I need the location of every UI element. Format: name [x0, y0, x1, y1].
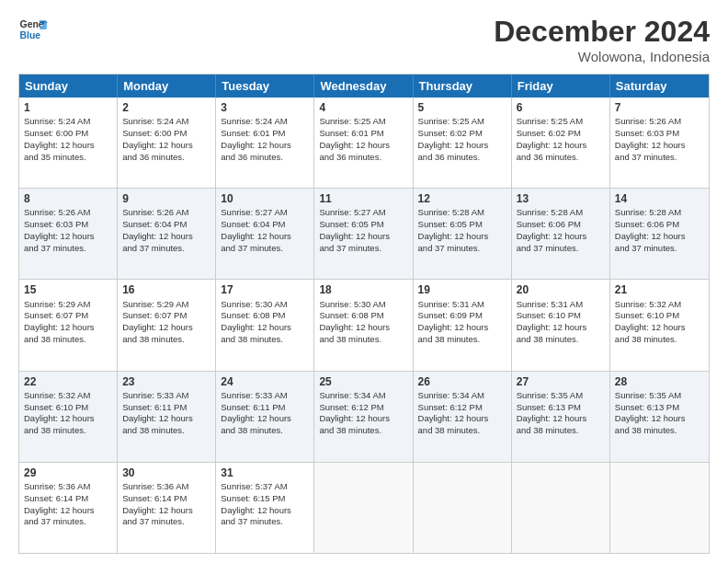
day-info-line: Sunrise: 5:36 AM	[24, 481, 112, 493]
day-info-line: Sunrise: 5:27 AM	[221, 207, 309, 219]
day-info-line: Daylight: 12 hours	[517, 231, 605, 243]
day-number: 20	[517, 282, 605, 297]
location: Wolowona, Indonesia	[494, 49, 710, 64]
logo: General Blue	[18, 15, 48, 44]
calendar-row: 15Sunrise: 5:29 AMSunset: 6:07 PMDayligh…	[19, 280, 709, 371]
page: General Blue December 2024 Wolowona, Ind…	[0, 0, 728, 563]
day-number: 25	[319, 374, 407, 389]
calendar-cell: 11Sunrise: 5:27 AMSunset: 6:05 PMDayligh…	[314, 189, 413, 279]
day-info-line: Sunset: 6:05 PM	[418, 219, 506, 231]
day-info-line: Sunrise: 5:31 AM	[418, 299, 506, 311]
day-info-line: Daylight: 12 hours	[122, 231, 210, 243]
day-info-line: Sunset: 6:02 PM	[418, 128, 506, 140]
day-info-line: and 37 minutes.	[221, 516, 309, 528]
day-info-line: Daylight: 12 hours	[221, 140, 309, 152]
day-number: 3	[221, 100, 309, 115]
day-number: 6	[517, 100, 605, 115]
day-number: 29	[24, 465, 112, 480]
calendar-cell: 10Sunrise: 5:27 AMSunset: 6:04 PMDayligh…	[216, 189, 314, 279]
calendar-cell	[610, 463, 709, 553]
day-info-line: Sunset: 6:13 PM	[517, 402, 605, 414]
calendar-cell: 1Sunrise: 5:24 AMSunset: 6:00 PMDaylight…	[19, 98, 118, 188]
day-number: 10	[221, 191, 309, 206]
day-info-line: and 38 minutes.	[418, 334, 506, 346]
day-info-line: Sunset: 6:04 PM	[122, 219, 210, 231]
calendar-cell: 31Sunrise: 5:37 AMSunset: 6:15 PMDayligh…	[216, 463, 314, 553]
calendar-header-cell: Wednesday	[314, 75, 413, 98]
day-info-line: Sunrise: 5:29 AM	[122, 299, 210, 311]
day-number: 15	[24, 282, 112, 297]
calendar-cell: 23Sunrise: 5:33 AMSunset: 6:11 PMDayligh…	[118, 372, 216, 462]
day-info-line: and 37 minutes.	[24, 516, 112, 528]
day-number: 9	[122, 191, 210, 206]
calendar-cell: 22Sunrise: 5:32 AMSunset: 6:10 PMDayligh…	[19, 372, 118, 462]
day-info-line: Sunrise: 5:27 AM	[319, 207, 407, 219]
day-info-line: Daylight: 12 hours	[319, 140, 407, 152]
day-info-line: Sunrise: 5:29 AM	[24, 299, 112, 311]
day-info-line: Sunrise: 5:31 AM	[517, 299, 605, 311]
day-info-line: Daylight: 12 hours	[418, 140, 506, 152]
day-info-line: Sunrise: 5:25 AM	[319, 116, 407, 128]
calendar-cell: 13Sunrise: 5:28 AMSunset: 6:06 PMDayligh…	[512, 189, 610, 279]
day-info-line: Daylight: 12 hours	[319, 413, 407, 425]
calendar-header: SundayMondayTuesdayWednesdayThursdayFrid…	[19, 75, 709, 98]
day-info-line: and 37 minutes.	[122, 243, 210, 255]
day-info-line: Sunrise: 5:32 AM	[24, 390, 112, 402]
day-info-line: and 37 minutes.	[615, 243, 704, 255]
calendar-cell	[512, 463, 610, 553]
calendar-cell: 6Sunrise: 5:25 AMSunset: 6:02 PMDaylight…	[512, 98, 610, 188]
day-info-line: Sunset: 6:02 PM	[517, 128, 605, 140]
day-info-line: and 37 minutes.	[319, 243, 407, 255]
day-info-line: Sunrise: 5:36 AM	[122, 481, 210, 493]
day-info-line: Daylight: 12 hours	[517, 140, 605, 152]
day-info-line: Sunset: 6:12 PM	[418, 402, 506, 414]
day-info-line: Sunset: 6:01 PM	[319, 128, 407, 140]
day-number: 5	[418, 100, 506, 115]
day-info-line: Sunrise: 5:24 AM	[24, 116, 112, 128]
day-info-line: Daylight: 12 hours	[24, 231, 112, 243]
calendar-cell: 28Sunrise: 5:35 AMSunset: 6:13 PMDayligh…	[610, 372, 709, 462]
day-info-line: Sunrise: 5:34 AM	[418, 390, 506, 402]
calendar-cell: 25Sunrise: 5:34 AMSunset: 6:12 PMDayligh…	[314, 372, 413, 462]
day-info-line: and 38 minutes.	[615, 425, 704, 437]
calendar-row: 8Sunrise: 5:26 AMSunset: 6:03 PMDaylight…	[19, 189, 709, 280]
calendar-row: 22Sunrise: 5:32 AMSunset: 6:10 PMDayligh…	[19, 372, 709, 463]
day-info-line: Daylight: 12 hours	[24, 322, 112, 334]
day-info-line: Sunrise: 5:28 AM	[517, 207, 605, 219]
day-number: 18	[319, 282, 407, 297]
day-info-line: Sunrise: 5:28 AM	[615, 207, 704, 219]
calendar-cell: 24Sunrise: 5:33 AMSunset: 6:11 PMDayligh…	[216, 372, 314, 462]
day-info-line: Daylight: 12 hours	[122, 505, 210, 517]
calendar-body: 1Sunrise: 5:24 AMSunset: 6:00 PMDaylight…	[19, 98, 709, 553]
day-number: 1	[24, 100, 112, 115]
day-info-line: Sunset: 6:06 PM	[615, 219, 704, 231]
day-info-line: Sunrise: 5:35 AM	[517, 390, 605, 402]
calendar-cell: 7Sunrise: 5:26 AMSunset: 6:03 PMDaylight…	[610, 98, 709, 188]
day-info-line: Sunset: 6:05 PM	[319, 219, 407, 231]
day-info-line: Sunrise: 5:35 AM	[615, 390, 704, 402]
calendar-cell: 26Sunrise: 5:34 AMSunset: 6:12 PMDayligh…	[414, 372, 512, 462]
day-info-line: Sunrise: 5:32 AM	[615, 299, 704, 311]
day-info-line: and 37 minutes.	[418, 243, 506, 255]
calendar-cell: 5Sunrise: 5:25 AMSunset: 6:02 PMDaylight…	[414, 98, 512, 188]
day-number: 30	[122, 465, 210, 480]
day-info-line: Daylight: 12 hours	[24, 505, 112, 517]
calendar-cell: 3Sunrise: 5:24 AMSunset: 6:01 PMDaylight…	[216, 98, 314, 188]
calendar-cell: 14Sunrise: 5:28 AMSunset: 6:06 PMDayligh…	[610, 189, 709, 279]
day-info-line: and 36 minutes.	[221, 152, 309, 164]
day-info-line: and 37 minutes.	[615, 152, 704, 164]
day-info-line: and 38 minutes.	[221, 334, 309, 346]
day-info-line: and 36 minutes.	[122, 152, 210, 164]
calendar-cell: 27Sunrise: 5:35 AMSunset: 6:13 PMDayligh…	[512, 372, 610, 462]
day-info-line: Daylight: 12 hours	[418, 413, 506, 425]
day-info-line: and 37 minutes.	[517, 243, 605, 255]
day-info-line: and 37 minutes.	[221, 243, 309, 255]
day-info-line: Daylight: 12 hours	[221, 231, 309, 243]
day-info-line: and 38 minutes.	[418, 425, 506, 437]
day-info-line: Sunrise: 5:25 AM	[517, 116, 605, 128]
day-info-line: Sunrise: 5:37 AM	[221, 481, 309, 493]
day-info-line: Daylight: 12 hours	[319, 231, 407, 243]
day-info-line: Sunrise: 5:30 AM	[221, 299, 309, 311]
calendar-cell: 8Sunrise: 5:26 AMSunset: 6:03 PMDaylight…	[19, 189, 118, 279]
day-info-line: Sunset: 6:03 PM	[615, 128, 704, 140]
